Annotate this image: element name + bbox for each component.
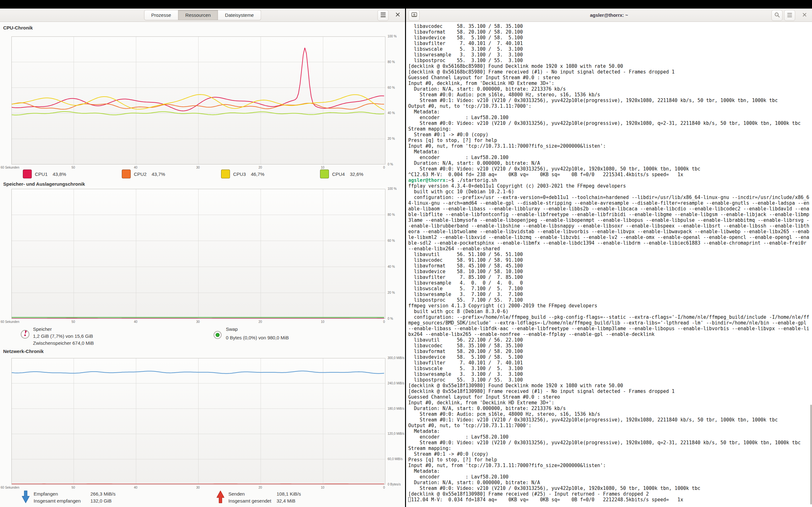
terminal-line: built with gcc 10 (Debian 10.2.1-6) xyxy=(408,189,811,194)
search-icon xyxy=(774,12,780,19)
terminal-output-area[interactable]: libavcodec 58. 35.100 / 58. 35.100 libav… xyxy=(408,23,811,507)
terminal-line: Stream #0:1: Video: v210 (V210 / 0x30313… xyxy=(408,98,811,103)
terminal-line: Stream #0:1 -> #0:0 (copy) xyxy=(408,451,811,457)
network-section-title: Netzwerk-Chronik xyxy=(3,349,44,354)
cpu-legend-value: 32,6% xyxy=(350,171,363,177)
network-send-label: Senden xyxy=(229,491,245,497)
cpu-legend-item-cpu1: CPU143,8% xyxy=(23,170,66,178)
terminal-line: libpostproc 55. 7.100 / 55. 7.100 xyxy=(408,297,811,303)
terminal-line: ffplay version 4.3.4-0+deb11u1 Copyright… xyxy=(408,183,811,189)
terminal-title: agsler@thorrx: ~ xyxy=(406,9,812,21)
network-y-axis-label: 300,0 MiB/s xyxy=(388,356,404,360)
terminal-line: Duration: N/A, start: 0.000000, bitrate:… xyxy=(408,160,811,166)
terminal-line: libswscale 5. 3.100 / 5. 3.100 xyxy=(408,46,811,52)
download-arrow-icon xyxy=(21,490,30,505)
terminal-line: libavcodec 58. 35.100 / 58. 35.100 xyxy=(408,343,811,349)
terminal-line: libavformat 58. 45.100 / 58. 45.100 xyxy=(408,263,811,269)
terminal-line: libswscale 5. 7.100 / 5. 7.100 xyxy=(408,286,811,291)
terminal-line: Stream #0:0: Audio: pcm_s16le, 48000 Hz,… xyxy=(408,92,811,98)
system-monitor-titlebar[interactable]: Prozesse Ressourcen Dateisysteme xyxy=(0,9,405,22)
terminal-line: Stream #0:0: Video: v210 (V210 / 0x30313… xyxy=(408,166,811,172)
terminal-line: libpostproc 55. 3.100 / 55. 3.100 xyxy=(408,377,811,383)
terminal-line: Metadata: xyxy=(408,149,811,155)
terminal-line: Stream #0:1: Video: v210 (V210 / 0x30313… xyxy=(408,417,811,423)
terminal-line: libavdevice 58. 5.100 / 58. 5.100 xyxy=(408,354,811,360)
terminal-line: libswresample 3. 3.100 / 3. 3.100 xyxy=(408,372,811,377)
memory-cache-value: Zwischenspeicher 674,0 MiB xyxy=(33,340,94,346)
cpu-x-axis-label: 0 xyxy=(383,166,385,169)
memory-y-axis-label: 80 % xyxy=(388,213,395,216)
tab-dateisysteme[interactable]: Dateisysteme xyxy=(218,10,261,20)
cpu-history-chart xyxy=(11,37,386,166)
cpu-chart-canvas xyxy=(11,37,386,164)
terminal-line: [decklink @ 0x55e18f130980] Frame receiv… xyxy=(408,389,811,394)
terminal-line: built with gcc 8 (Debian 8.3.0-6) xyxy=(408,308,811,314)
terminal-line: bx264 --enable-libx265 --enable-nonfree … xyxy=(408,331,811,337)
close-icon xyxy=(396,12,400,18)
terminal-line: Input #0, decklink, from 'DeckLink HD Ex… xyxy=(408,80,811,86)
cpu-y-axis-label: 20 % xyxy=(388,137,395,140)
tab-prozesse[interactable]: Prozesse xyxy=(144,10,179,20)
terminal-cursor xyxy=(408,497,411,502)
memory-x-axis-label: 20 xyxy=(258,320,262,324)
new-terminal-tab-icon xyxy=(411,12,417,19)
terminal-line: libavcodec 58. 91.100 / 58. 91.100 xyxy=(408,257,811,263)
terminal-line: agsler@thorrx:~$ ./startorig.sh xyxy=(408,177,811,183)
terminal-titlebar[interactable]: agsler@thorrx: ~ xyxy=(406,9,812,22)
terminal-line: encoder : Lavf58.20.100 xyxy=(408,434,811,440)
network-recv-total-label: Insgesamt empfangen xyxy=(34,498,81,504)
close-window-button[interactable] xyxy=(392,10,403,20)
cpu-legend-name: CPU2 xyxy=(134,171,147,177)
network-recv-label: Empfangen xyxy=(34,491,58,497)
terminal-scrollbar[interactable] xyxy=(810,405,812,504)
terminal-line: able-libaom --enable-libass --enable-lib… xyxy=(408,206,811,212)
cpu-legend-name: CPU4 xyxy=(332,171,345,177)
terminal-line: Metadata: xyxy=(408,109,811,115)
terminal-line: configuration: --prefix=/home/nle/ffmpeg… xyxy=(408,314,811,320)
terminal-line: libswresample 3. 7.100 / 3. 7.100 xyxy=(408,291,811,297)
memory-x-axis-label: 40 xyxy=(134,320,137,324)
terminal-line: Stream mapping: xyxy=(408,446,811,451)
cpu-legend-value: 43,8% xyxy=(53,171,66,177)
terminal-line: libswresample 3. 3.100 / 3. 3.100 xyxy=(408,52,811,58)
network-send-total-label: Insgesamt gesendet xyxy=(229,498,271,504)
memory-y-axis-label: 100 % xyxy=(388,187,397,190)
cpu-x-axis-label: 30 xyxy=(196,166,200,169)
shell-prompt: agsler@thorrx xyxy=(408,177,445,183)
swap-legend-value: 0 Bytes (0,0%) von 980,0 MiB xyxy=(226,335,289,340)
network-y-axis-label: 180,0 MiB/s xyxy=(388,407,404,410)
terminal-line: Duration: N/A, start: 0.000000, bitrate:… xyxy=(408,86,811,92)
terminal-close-button[interactable] xyxy=(799,10,810,20)
cpu-legend-value: 43,7% xyxy=(152,171,165,177)
hamburger-icon xyxy=(787,13,792,18)
network-x-axis-label: 30 xyxy=(196,486,200,489)
memory-x-axis-label: 0 xyxy=(383,320,385,324)
terminal-line: -enable-librubberband --enable-libshine … xyxy=(408,223,811,229)
swap-pie-icon xyxy=(213,331,222,341)
network-x-axis-label: 40 xyxy=(134,486,137,489)
cpu-x-axis-label: 60 Sekunden xyxy=(1,166,19,169)
network-x-axis-label: 20 xyxy=(258,486,262,489)
terminal-line: [decklink @ 0x55e18f130980] Frame receiv… xyxy=(408,491,811,497)
terminal-menu-button[interactable] xyxy=(784,10,795,21)
cpu-x-axis-label: 10 xyxy=(321,166,324,169)
terminal-line: Stream #0:1 -> #0:0 (copy) xyxy=(408,132,811,137)
new-tab-button[interactable] xyxy=(409,10,420,21)
terminal-line: libavformat 58. 20.100 / 58. 20.100 xyxy=(408,29,811,35)
tab-ressourcen[interactable]: Ressourcen xyxy=(178,10,218,20)
terminal-line: libavutil 56. 22.100 / 56. 22.100 xyxy=(408,337,811,343)
terminal-line: [decklink @ 0x55e18f130980] Found Deckli… xyxy=(408,383,811,389)
memory-pie-icon xyxy=(20,330,30,340)
terminal-line: ble-libflite --enable-libfontconfig --en… xyxy=(408,212,811,217)
network-y-axis-label: 60,0 MiB/s xyxy=(388,457,403,461)
memory-y-axis-label: 0 % xyxy=(388,317,393,320)
search-button[interactable] xyxy=(771,10,782,21)
network-chart-canvas xyxy=(11,358,386,485)
cpu-y-axis-label: 40 % xyxy=(388,111,395,115)
memory-legend-label: Speicher xyxy=(33,326,52,332)
menu-button[interactable] xyxy=(377,10,389,21)
cpu-x-axis-label: 20 xyxy=(258,166,262,169)
network-y-axis-label: 240,0 MiB/s xyxy=(388,382,404,385)
cpu-color-swatch xyxy=(23,170,32,178)
network-x-axis-label: 0 xyxy=(383,486,385,489)
